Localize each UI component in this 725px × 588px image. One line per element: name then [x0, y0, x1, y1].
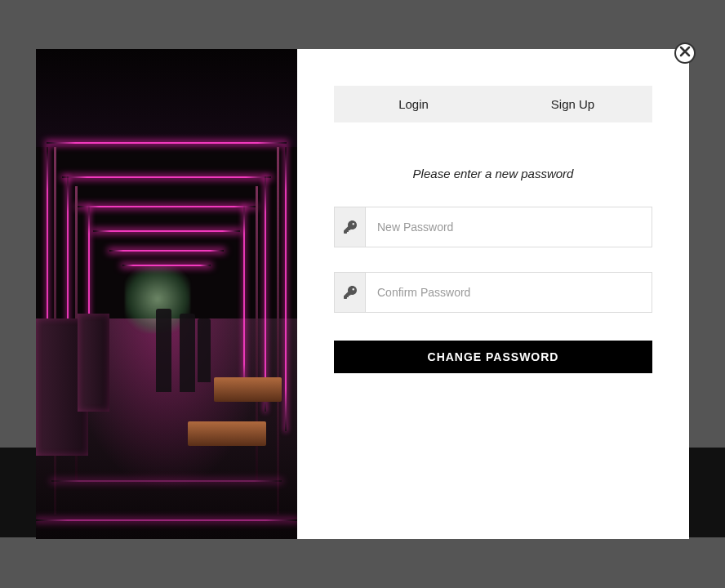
prompt-text: Please enter a new password	[334, 167, 652, 180]
key-icon	[335, 273, 366, 312]
close-icon	[679, 46, 691, 60]
tab-signup[interactable]: Sign Up	[493, 86, 652, 122]
tab-login[interactable]: Login	[334, 86, 493, 122]
tab-signup-label: Sign Up	[551, 97, 594, 111]
modal-overlay: Login Sign Up Please enter a new passwor…	[0, 0, 725, 588]
key-icon	[335, 207, 366, 247]
change-password-button[interactable]: CHANGE PASSWORD	[334, 341, 652, 373]
auth-modal: Login Sign Up Please enter a new passwor…	[36, 49, 689, 539]
confirm-password-field	[334, 272, 652, 313]
modal-image-panel	[36, 49, 297, 539]
new-password-field	[334, 207, 652, 247]
change-password-label: CHANGE PASSWORD	[428, 350, 559, 363]
auth-tabs: Login Sign Up	[334, 86, 652, 122]
modal-form-panel: Login Sign Up Please enter a new passwor…	[297, 49, 689, 539]
tab-login-label: Login	[398, 97, 429, 111]
close-button[interactable]	[674, 42, 696, 64]
confirm-password-input[interactable]	[366, 273, 652, 312]
store-illustration	[36, 49, 297, 539]
new-password-input[interactable]	[366, 207, 652, 247]
